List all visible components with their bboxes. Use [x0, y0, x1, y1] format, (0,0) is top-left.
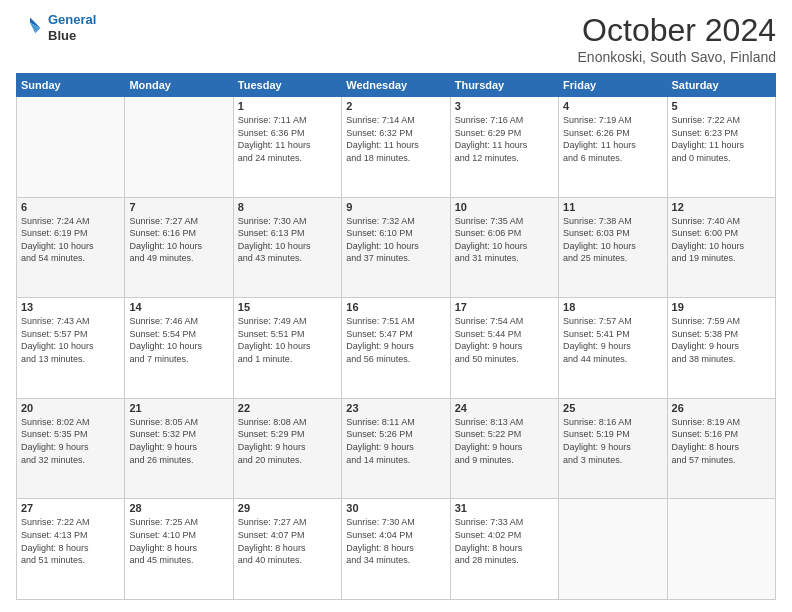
- calendar-day-cell: 10Sunrise: 7:35 AM Sunset: 6:06 PM Dayli…: [450, 197, 558, 298]
- day-number: 14: [129, 301, 228, 313]
- day-number: 30: [346, 502, 445, 514]
- day-info: Sunrise: 8:13 AM Sunset: 5:22 PM Dayligh…: [455, 416, 554, 466]
- calendar-day-cell: 12Sunrise: 7:40 AM Sunset: 6:00 PM Dayli…: [667, 197, 775, 298]
- calendar-day-cell: 11Sunrise: 7:38 AM Sunset: 6:03 PM Dayli…: [559, 197, 667, 298]
- calendar-day-cell: 16Sunrise: 7:51 AM Sunset: 5:47 PM Dayli…: [342, 298, 450, 399]
- page-title: October 2024: [578, 12, 776, 49]
- calendar-day-cell: 1Sunrise: 7:11 AM Sunset: 6:36 PM Daylig…: [233, 97, 341, 198]
- day-info: Sunrise: 7:30 AM Sunset: 4:04 PM Dayligh…: [346, 516, 445, 566]
- day-info: Sunrise: 7:32 AM Sunset: 6:10 PM Dayligh…: [346, 215, 445, 265]
- day-info: Sunrise: 7:35 AM Sunset: 6:06 PM Dayligh…: [455, 215, 554, 265]
- day-info: Sunrise: 7:49 AM Sunset: 5:51 PM Dayligh…: [238, 315, 337, 365]
- day-number: 20: [21, 402, 120, 414]
- day-info: Sunrise: 7:22 AM Sunset: 4:13 PM Dayligh…: [21, 516, 120, 566]
- day-info: Sunrise: 8:11 AM Sunset: 5:26 PM Dayligh…: [346, 416, 445, 466]
- day-info: Sunrise: 7:27 AM Sunset: 4:07 PM Dayligh…: [238, 516, 337, 566]
- calendar-day-cell: 3Sunrise: 7:16 AM Sunset: 6:29 PM Daylig…: [450, 97, 558, 198]
- day-number: 23: [346, 402, 445, 414]
- day-info: Sunrise: 7:40 AM Sunset: 6:00 PM Dayligh…: [672, 215, 771, 265]
- day-info: Sunrise: 8:05 AM Sunset: 5:32 PM Dayligh…: [129, 416, 228, 466]
- day-info: Sunrise: 8:08 AM Sunset: 5:29 PM Dayligh…: [238, 416, 337, 466]
- day-info: Sunrise: 7:22 AM Sunset: 6:23 PM Dayligh…: [672, 114, 771, 164]
- calendar-header-row: SundayMondayTuesdayWednesdayThursdayFrid…: [17, 74, 776, 97]
- day-info: Sunrise: 7:57 AM Sunset: 5:41 PM Dayligh…: [563, 315, 662, 365]
- calendar-day-cell: [559, 499, 667, 600]
- day-info: Sunrise: 8:02 AM Sunset: 5:35 PM Dayligh…: [21, 416, 120, 466]
- day-number: 21: [129, 402, 228, 414]
- calendar-day-cell: 19Sunrise: 7:59 AM Sunset: 5:38 PM Dayli…: [667, 298, 775, 399]
- page: General Blue October 2024 Enonkoski, Sou…: [0, 0, 792, 612]
- day-number: 6: [21, 201, 120, 213]
- day-info: Sunrise: 7:43 AM Sunset: 5:57 PM Dayligh…: [21, 315, 120, 365]
- day-info: Sunrise: 7:24 AM Sunset: 6:19 PM Dayligh…: [21, 215, 120, 265]
- day-number: 19: [672, 301, 771, 313]
- day-of-week-header: Monday: [125, 74, 233, 97]
- day-info: Sunrise: 8:19 AM Sunset: 5:16 PM Dayligh…: [672, 416, 771, 466]
- header: General Blue October 2024 Enonkoski, Sou…: [16, 12, 776, 65]
- day-info: Sunrise: 7:16 AM Sunset: 6:29 PM Dayligh…: [455, 114, 554, 164]
- day-info: Sunrise: 7:25 AM Sunset: 4:10 PM Dayligh…: [129, 516, 228, 566]
- logo-line2: Blue: [48, 28, 96, 44]
- calendar-day-cell: 5Sunrise: 7:22 AM Sunset: 6:23 PM Daylig…: [667, 97, 775, 198]
- day-info: Sunrise: 7:30 AM Sunset: 6:13 PM Dayligh…: [238, 215, 337, 265]
- calendar-day-cell: 30Sunrise: 7:30 AM Sunset: 4:04 PM Dayli…: [342, 499, 450, 600]
- calendar-week-row: 27Sunrise: 7:22 AM Sunset: 4:13 PM Dayli…: [17, 499, 776, 600]
- day-number: 15: [238, 301, 337, 313]
- day-number: 29: [238, 502, 337, 514]
- calendar-day-cell: 9Sunrise: 7:32 AM Sunset: 6:10 PM Daylig…: [342, 197, 450, 298]
- day-number: 16: [346, 301, 445, 313]
- day-number: 4: [563, 100, 662, 112]
- calendar-week-row: 1Sunrise: 7:11 AM Sunset: 6:36 PM Daylig…: [17, 97, 776, 198]
- day-of-week-header: Sunday: [17, 74, 125, 97]
- day-number: 8: [238, 201, 337, 213]
- day-number: 26: [672, 402, 771, 414]
- logo-text: General Blue: [48, 12, 96, 43]
- day-number: 9: [346, 201, 445, 213]
- day-info: Sunrise: 7:46 AM Sunset: 5:54 PM Dayligh…: [129, 315, 228, 365]
- calendar-day-cell: [17, 97, 125, 198]
- calendar-week-row: 20Sunrise: 8:02 AM Sunset: 5:35 PM Dayli…: [17, 398, 776, 499]
- calendar-week-row: 13Sunrise: 7:43 AM Sunset: 5:57 PM Dayli…: [17, 298, 776, 399]
- day-info: Sunrise: 7:33 AM Sunset: 4:02 PM Dayligh…: [455, 516, 554, 566]
- day-number: 7: [129, 201, 228, 213]
- day-number: 3: [455, 100, 554, 112]
- day-info: Sunrise: 7:51 AM Sunset: 5:47 PM Dayligh…: [346, 315, 445, 365]
- calendar-week-row: 6Sunrise: 7:24 AM Sunset: 6:19 PM Daylig…: [17, 197, 776, 298]
- calendar-day-cell: 18Sunrise: 7:57 AM Sunset: 5:41 PM Dayli…: [559, 298, 667, 399]
- logo-line1: General: [48, 12, 96, 27]
- calendar-day-cell: 28Sunrise: 7:25 AM Sunset: 4:10 PM Dayli…: [125, 499, 233, 600]
- day-info: Sunrise: 7:59 AM Sunset: 5:38 PM Dayligh…: [672, 315, 771, 365]
- day-of-week-header: Tuesday: [233, 74, 341, 97]
- day-info: Sunrise: 7:14 AM Sunset: 6:32 PM Dayligh…: [346, 114, 445, 164]
- calendar-day-cell: 7Sunrise: 7:27 AM Sunset: 6:16 PM Daylig…: [125, 197, 233, 298]
- calendar-day-cell: 13Sunrise: 7:43 AM Sunset: 5:57 PM Dayli…: [17, 298, 125, 399]
- calendar-day-cell: [667, 499, 775, 600]
- calendar-day-cell: 20Sunrise: 8:02 AM Sunset: 5:35 PM Dayli…: [17, 398, 125, 499]
- day-info: Sunrise: 7:38 AM Sunset: 6:03 PM Dayligh…: [563, 215, 662, 265]
- day-info: Sunrise: 7:11 AM Sunset: 6:36 PM Dayligh…: [238, 114, 337, 164]
- day-of-week-header: Friday: [559, 74, 667, 97]
- calendar-day-cell: 27Sunrise: 7:22 AM Sunset: 4:13 PM Dayli…: [17, 499, 125, 600]
- day-number: 28: [129, 502, 228, 514]
- logo-icon: [16, 14, 44, 42]
- calendar-day-cell: 31Sunrise: 7:33 AM Sunset: 4:02 PM Dayli…: [450, 499, 558, 600]
- day-of-week-header: Wednesday: [342, 74, 450, 97]
- calendar-day-cell: 23Sunrise: 8:11 AM Sunset: 5:26 PM Dayli…: [342, 398, 450, 499]
- day-number: 12: [672, 201, 771, 213]
- calendar-table: SundayMondayTuesdayWednesdayThursdayFrid…: [16, 73, 776, 600]
- page-subtitle: Enonkoski, South Savo, Finland: [578, 49, 776, 65]
- day-number: 13: [21, 301, 120, 313]
- calendar-day-cell: 6Sunrise: 7:24 AM Sunset: 6:19 PM Daylig…: [17, 197, 125, 298]
- day-info: Sunrise: 7:54 AM Sunset: 5:44 PM Dayligh…: [455, 315, 554, 365]
- calendar-day-cell: 24Sunrise: 8:13 AM Sunset: 5:22 PM Dayli…: [450, 398, 558, 499]
- day-number: 1: [238, 100, 337, 112]
- day-of-week-header: Thursday: [450, 74, 558, 97]
- day-info: Sunrise: 7:19 AM Sunset: 6:26 PM Dayligh…: [563, 114, 662, 164]
- day-number: 5: [672, 100, 771, 112]
- calendar-day-cell: 26Sunrise: 8:19 AM Sunset: 5:16 PM Dayli…: [667, 398, 775, 499]
- calendar-day-cell: 29Sunrise: 7:27 AM Sunset: 4:07 PM Dayli…: [233, 499, 341, 600]
- day-number: 17: [455, 301, 554, 313]
- day-number: 31: [455, 502, 554, 514]
- calendar-day-cell: 25Sunrise: 8:16 AM Sunset: 5:19 PM Dayli…: [559, 398, 667, 499]
- day-info: Sunrise: 7:27 AM Sunset: 6:16 PM Dayligh…: [129, 215, 228, 265]
